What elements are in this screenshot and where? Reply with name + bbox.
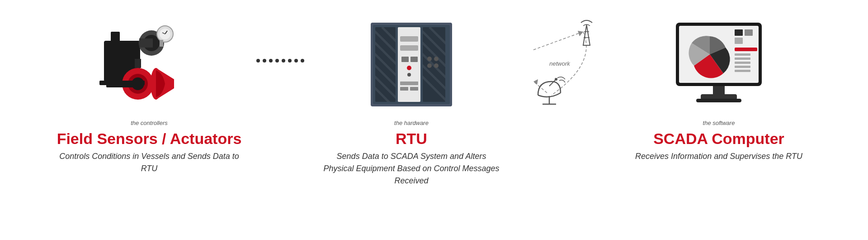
scada-icon-area bbox=[606, 9, 832, 118]
scada-caption: the software bbox=[703, 120, 735, 126]
svg-rect-37 bbox=[400, 87, 408, 91]
svg-point-50 bbox=[434, 63, 439, 68]
svg-marker-52 bbox=[578, 31, 583, 36]
svg-rect-30 bbox=[400, 36, 418, 42]
svg-rect-38 bbox=[410, 87, 418, 91]
rtu-section: the hardware RTU Sends Data to SCADA Sys… bbox=[298, 9, 524, 187]
svg-rect-73 bbox=[735, 70, 750, 72]
svg-rect-14 bbox=[135, 59, 141, 68]
dot bbox=[282, 59, 285, 62]
svg-rect-69 bbox=[735, 53, 750, 56]
main-container: the controllers Field Sensors / Actuator… bbox=[0, 0, 868, 240]
scada-title: SCADA Computer bbox=[653, 130, 784, 148]
rtu-icon-area bbox=[298, 9, 524, 118]
svg-rect-76 bbox=[696, 99, 741, 102]
svg-rect-9 bbox=[160, 40, 163, 47]
field-sensors-illustration bbox=[86, 14, 212, 113]
field-sensors-section: the controllers Field Sensors / Actuator… bbox=[36, 9, 262, 175]
rtu-caption: the hardware bbox=[394, 120, 429, 126]
svg-point-34 bbox=[407, 66, 411, 70]
svg-text:network: network bbox=[549, 60, 571, 67]
svg-point-49 bbox=[434, 57, 439, 61]
svg-rect-68 bbox=[735, 48, 757, 51]
dot bbox=[263, 59, 266, 62]
field-sensors-icon-area bbox=[36, 9, 262, 118]
svg-rect-36 bbox=[400, 82, 418, 85]
svg-rect-31 bbox=[400, 45, 418, 51]
network-area: network bbox=[524, 9, 606, 118]
svg-rect-74 bbox=[713, 86, 725, 95]
dot bbox=[269, 59, 273, 62]
svg-line-51 bbox=[533, 32, 583, 50]
svg-rect-72 bbox=[735, 66, 750, 68]
svg-rect-33 bbox=[410, 57, 418, 62]
field-sensors-desc: Controls Conditions in Vessels and Sends… bbox=[59, 150, 240, 175]
rtu-desc: Sends Data to SCADA System and Alters Ph… bbox=[321, 150, 502, 187]
svg-point-59 bbox=[555, 78, 557, 81]
dot bbox=[288, 59, 292, 62]
dot bbox=[294, 59, 298, 62]
svg-rect-32 bbox=[401, 57, 409, 62]
rtu-title: RTU bbox=[396, 130, 427, 148]
svg-rect-66 bbox=[745, 29, 753, 36]
scada-illustration bbox=[669, 18, 769, 109]
svg-marker-54 bbox=[533, 79, 538, 85]
svg-rect-71 bbox=[735, 62, 750, 64]
svg-marker-55 bbox=[583, 25, 590, 45]
rtu-illustration bbox=[362, 14, 461, 113]
svg-rect-65 bbox=[735, 29, 743, 36]
svg-rect-1 bbox=[111, 32, 120, 43]
dot bbox=[275, 59, 279, 62]
field-sensors-title: Field Sensors / Actuators bbox=[57, 130, 242, 148]
svg-rect-67 bbox=[735, 38, 743, 44]
svg-rect-70 bbox=[735, 58, 750, 60]
svg-point-35 bbox=[407, 73, 411, 77]
field-sensors-caption: the controllers bbox=[131, 120, 168, 126]
scada-section: the software SCADA Computer Receives Inf… bbox=[606, 9, 832, 163]
svg-rect-16 bbox=[106, 84, 138, 87]
network-illustration: network bbox=[524, 18, 606, 118]
svg-point-48 bbox=[427, 63, 432, 68]
svg-rect-4 bbox=[139, 38, 153, 48]
dots-connector-1 bbox=[262, 9, 298, 112]
scada-desc: Receives Information and Supervises the … bbox=[635, 150, 802, 163]
svg-point-47 bbox=[427, 57, 432, 61]
